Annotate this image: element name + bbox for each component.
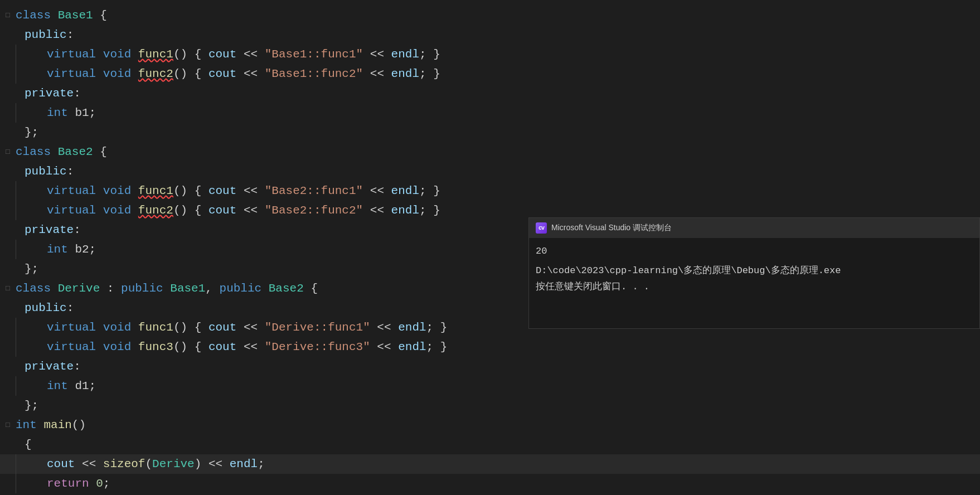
- code-line-19: private:: [0, 357, 980, 376]
- code-line-7: };: [0, 123, 980, 142]
- code-line-9: public:: [0, 162, 980, 181]
- code-line-25: return 0;: [0, 474, 980, 493]
- code-line-22: □ int main(): [0, 415, 980, 435]
- console-body: 20 D:\code\2023\cpp-learning\多态的原理\Debug…: [529, 238, 979, 300]
- collapse-15[interactable]: □: [0, 279, 16, 298]
- console-output-3: 按任意键关闭此窗口. . .: [536, 279, 973, 294]
- code-line-6: int b1;: [0, 103, 980, 123]
- console-output-2: D:\code\2023\cpp-learning\多态的原理\Debug\多态…: [536, 263, 973, 278]
- code-line-4: virtual void func2() { cout << "Base1::f…: [0, 64, 980, 84]
- console-app-icon: cv: [536, 222, 547, 234]
- console-window[interactable]: cv Microsoft Visual Studio 调试控制台 20 D:\c…: [528, 217, 980, 329]
- console-title: Microsoft Visual Studio 调试控制台: [551, 223, 672, 233]
- code-line-23: {: [0, 435, 980, 454]
- code-line-2: public:: [0, 25, 980, 45]
- console-output-1: 20: [536, 244, 973, 259]
- console-titlebar: cv Microsoft Visual Studio 调试控制台: [529, 218, 979, 238]
- collapse-1[interactable]: □: [0, 6, 16, 25]
- code-line-24: cout << sizeof(Derive) << endl;: [0, 454, 980, 474]
- code-line-21: };: [0, 396, 980, 415]
- code-line-20: int d1;: [0, 376, 980, 396]
- collapse-22[interactable]: □: [0, 415, 16, 435]
- code-line-18: virtual void func3() { cout << "Derive::…: [0, 337, 980, 357]
- code-line-8: □ class Base2 {: [0, 142, 980, 162]
- code-line-3: virtual void func1() { cout << "Base1::f…: [0, 45, 980, 64]
- code-line-5: private:: [0, 84, 980, 103]
- code-line-1: □ class Base1 {: [0, 6, 980, 25]
- collapse-8[interactable]: □: [0, 142, 16, 162]
- code-line-10: virtual void func1() { cout << "Base2::f…: [0, 181, 980, 201]
